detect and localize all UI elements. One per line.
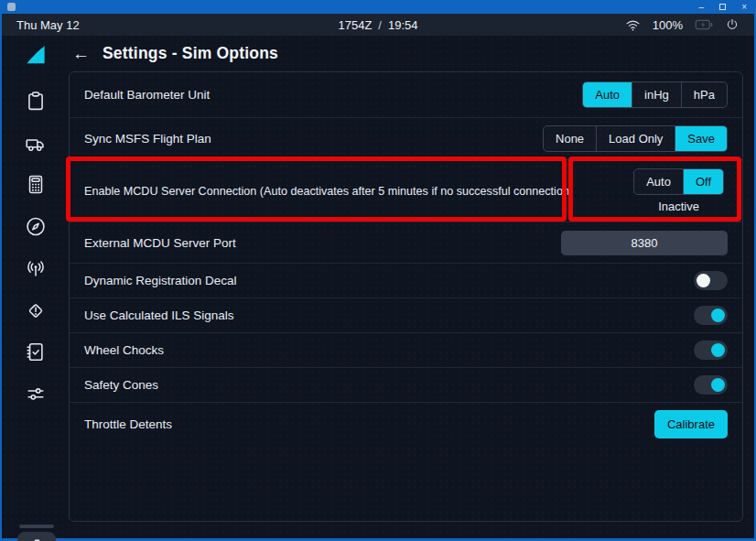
setting-row-barometer-unit: Default Barometer Unit Auto inHg hPa [70,72,742,117]
mcdu-server-selector: Auto Off [633,168,724,195]
setting-row-mcdu-port: External MCDU Server Port [70,222,742,263]
mcdu-setting-control: Auto Off Inactive [633,168,724,213]
toggle-knob [711,308,725,322]
mcdu-server-status: Inactive [658,200,699,213]
setting-row-safety-cones: Safety Cones [70,367,742,402]
sidebar [2,36,69,538]
setting-label: Sync MSFS Flight Plan [84,132,211,146]
wheel-chocks-toggle[interactable] [694,341,728,360]
battery-percent: 100% [653,18,683,32]
setting-row-throttle-detents: Throttle Detents Calibrate [70,402,742,446]
battery-charging-icon [695,18,713,31]
setting-label: Wheel Chocks [84,343,164,357]
mcdu-setting-label: Enable MCDU Server Connection (Auto deac… [84,185,573,198]
statusbar: Thu May 12 1754Z/19:54 100% [2,14,754,36]
maximize-icon [719,4,726,10]
app-icon [7,3,16,11]
compass-icon[interactable] [24,215,47,238]
setting-row-mcdu-server: Enable MCDU Server Connection (Auto deac… [70,159,742,222]
back-arrow-icon[interactable]: ← [72,44,90,64]
sync-flight-plan-selector: None Load Only Save [543,125,728,152]
sliders-icon[interactable] [24,383,48,406]
calibrate-button[interactable]: Calibrate [654,410,728,438]
setting-row-ils-signals: Use Calculated ILS Signals [70,298,742,332]
sidebar-item-settings[interactable] [17,532,56,541]
setting-row-registration-decal: Dynamic Registration Decal [70,263,742,298]
barometer-unit-selector: Auto inHg hPa [582,81,728,108]
minimize-button[interactable]: – [699,3,705,12]
option-hpa[interactable]: hPa [681,82,727,107]
setting-row-wheel-chocks: Wheel Chocks [70,332,742,367]
checklist-icon[interactable] [24,341,47,363]
setting-label: Throttle Detents [84,417,172,431]
close-button[interactable]: × [741,3,747,12]
utc-time: 1754Z [338,18,372,32]
mcdu-port-input[interactable] [561,231,728,255]
registration-decal-toggle[interactable] [694,271,728,290]
sidebar-divider [19,525,54,528]
option-off[interactable]: Off [683,169,723,194]
setting-row-sync-flight-plan: Sync MSFS Flight Plan None Load Only Sav… [70,117,742,159]
power-icon[interactable] [725,17,740,32]
warning-diamond-icon[interactable] [24,299,47,322]
toggle-knob [697,274,710,287]
page-title: Settings - Sim Options [103,44,278,63]
safety-cones-toggle[interactable] [694,375,728,395]
setting-label: Default Barometer Unit [84,88,210,102]
window-titlebar: – × [0,0,756,14]
option-none[interactable]: None [544,126,596,151]
setting-label: Use Calculated ILS Signals [84,308,234,322]
clipboard-icon[interactable] [24,90,47,113]
option-inhg[interactable]: inHg [632,82,681,107]
setting-label: Safety Cones [84,378,158,392]
truck-icon[interactable] [24,133,48,156]
toggle-knob [711,378,725,392]
flybywire-logo [23,43,48,65]
gear-icon [26,537,49,541]
wifi-icon [625,18,641,32]
option-save[interactable]: Save [675,126,727,151]
option-auto[interactable]: Auto [583,82,632,107]
toggle-knob [711,343,725,357]
calculator-icon[interactable] [24,173,47,196]
page-header: ← Settings - Sim Options [69,36,754,71]
option-load-only[interactable]: Load Only [596,126,675,151]
setting-label: Dynamic Registration Decal [84,274,237,287]
antenna-icon[interactable] [24,257,47,280]
ils-signals-toggle[interactable] [694,306,728,325]
option-auto[interactable]: Auto [634,169,683,194]
maximize-button[interactable] [719,4,726,10]
settings-panel: Default Barometer Unit Auto inHg hPa Syn… [69,71,743,522]
setting-label: External MCDU Server Port [84,236,236,250]
local-time: 19:54 [388,18,418,32]
time-separator: / [378,18,382,32]
